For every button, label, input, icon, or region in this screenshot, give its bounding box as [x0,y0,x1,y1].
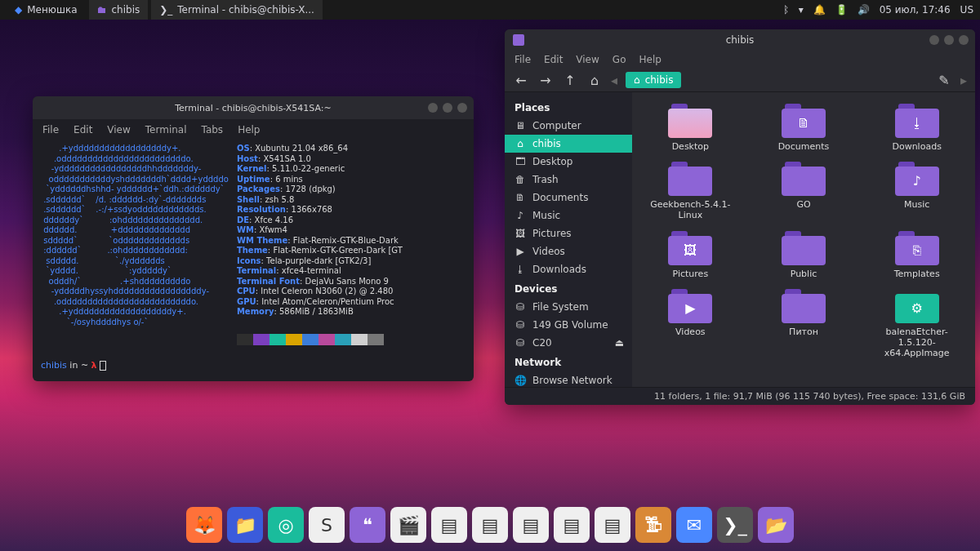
menu-edit[interactable]: Edit [74,124,92,136]
menu-help[interactable]: Help [238,124,260,136]
folder-icon [782,289,826,323]
dock-item-skype[interactable]: S [309,507,345,543]
dock-item-calc[interactable]: ▤ [595,507,630,543]
menu-file[interactable]: File [42,124,59,136]
file-item[interactable]: ♪ Music [862,158,972,224]
sidebar-header-places: Places [505,97,632,117]
sidebar-item[interactable]: ▶ Videos [505,242,632,260]
clock[interactable]: 05 июл, 17:46 [880,4,951,16]
menu-file[interactable]: File [514,54,531,65]
sidebar-item[interactable]: ⌂ chibis [505,135,632,153]
notifications-icon[interactable]: 🔔 [813,4,826,16]
home-button[interactable]: ⌂ [586,73,603,88]
file-item[interactable]: ▶ Videos [635,286,746,362]
sidebar-item[interactable]: ♪ Music [505,207,632,224]
dock-item-impress[interactable]: ▤ [472,507,508,543]
file-item[interactable]: Питон [749,286,859,362]
path-segment[interactable]: ⌂ chibis [626,72,681,88]
maximize-button[interactable] [944,35,954,45]
minimize-button[interactable] [428,103,438,113]
dock-item-archive[interactable]: 🗜 [635,507,671,543]
terminal-window[interactable]: Terminal - chibis@chibis-X541SA:~ File E… [33,96,474,381]
file-item[interactable]: GO [749,158,859,224]
top-panel: ◆ Менюшка 🖿 chibis ❯_ Terminal - chibis@… [0,0,980,20]
dock-item-firefox[interactable]: 🦊 [186,507,222,543]
edit-path-button[interactable]: ✎ [936,73,952,88]
app-menu-button[interactable]: ◆ Менюшка [7,0,86,20]
sidebar-item[interactable]: 🖼 Pictures [505,224,632,242]
taskbar-item-files[interactable]: 🖿 chibis [89,0,149,20]
sidebar-item-icon: ⛁ [514,319,526,331]
maximize-button[interactable] [443,103,452,113]
file-item[interactable]: Geekbench-5.4.1-Linux [635,158,746,224]
dock-item-filemanager[interactable]: 📂 [758,507,794,543]
status-text: 11 folders, 1 file: 91,7 MiB (96 115 740… [654,391,965,402]
sidebar-item-icon: 🗑 [514,174,526,185]
menu-view[interactable]: View [107,124,130,136]
menu-terminal[interactable]: Terminal [145,124,187,136]
wifi-icon[interactable]: ▾ [799,4,804,16]
back-button[interactable]: ← [513,73,529,88]
video-icon: 🎬 [398,515,420,535]
file-item[interactable]: ⚙ balenaEtcher-1.5.120-x64.AppImage [862,286,972,362]
sidebar-item-icon: 🖼 [514,228,526,239]
file-item[interactable]: ⭳ Downloads [862,100,972,155]
volume-icon[interactable]: 🔊 [858,4,870,16]
sidebar-item[interactable]: ⭳ Downloads [505,260,632,278]
file-manager-window[interactable]: chibis File Edit View Go Help ← → ↑ ⌂ ◂ … [505,29,975,405]
taskbar-item-terminal[interactable]: ❯_ Terminal - chibis@chibis-X... [151,0,323,20]
menu-help[interactable]: Help [639,54,661,65]
dock-item-qq[interactable]: ❝ [350,507,385,543]
file-grid[interactable]: Desktop 🗎 Documents ⭳ Downloads Geekbenc… [632,92,975,387]
terminal-titlebar[interactable]: Terminal - chibis@chibis-X541SA:~ [33,96,474,119]
sidebar-item[interactable]: 🗑 Trash [505,171,632,189]
sidebar-item-label: File System [532,301,589,313]
screenshot-icon: ◎ [278,515,293,535]
shell-prompt[interactable]: chibis in ~ λ [41,360,466,371]
minimize-button[interactable] [929,35,939,45]
file-item[interactable]: 🗎 Documents [749,100,859,155]
terminal-icon: ❯_ [159,4,172,16]
dock-item-base[interactable]: ▤ [554,507,590,543]
terminal-body[interactable]: .+yddddddddddddddddddy+. .oddddddddddddd… [33,140,474,381]
system-tray: ᛒ ▾ 🔔 🔋 🔊 05 июл, 17:46 US [783,4,973,16]
file-item[interactable]: Public [749,228,859,282]
up-button[interactable]: ↑ [562,73,578,88]
terminal-menubar: File Edit View Terminal Tabs Help [33,119,474,140]
folder-icon: ⚙ [895,289,939,323]
eject-icon[interactable]: ⏏ [615,337,624,349]
file-item[interactable]: 🖼 Pictures [635,228,746,282]
dock-item-mail[interactable]: ✉ [676,507,712,543]
file-label: Pictures [673,269,709,279]
prompt-symbol: λ [91,360,97,371]
menu-tabs[interactable]: Tabs [202,124,224,136]
bluetooth-icon[interactable]: ᛒ [783,4,789,16]
sidebar-item-label: 149 GB Volume [532,319,608,331]
battery-icon[interactable]: 🔋 [835,4,848,16]
file-item[interactable]: ⎘ Templates [862,228,972,282]
menu-view[interactable]: View [576,54,599,65]
sidebar-item[interactable]: ⛁ C20 ⏏ [505,334,632,352]
sidebar-item[interactable]: ⛁ File System [505,298,632,316]
menu-edit[interactable]: Edit [544,54,563,65]
dock-item-libreoffice[interactable]: ▤ [431,507,467,543]
dock-item-files[interactable]: 📁 [227,507,263,543]
skype-icon: S [321,515,332,535]
close-button[interactable] [457,103,467,113]
sidebar-item[interactable]: 🖥 Computer [505,117,632,135]
dock-item-video[interactable]: 🎬 [390,507,426,543]
sidebar-item[interactable]: ⛁ 149 GB Volume [505,316,632,334]
sidebar-item[interactable]: 🗔 Desktop [505,153,632,171]
dock-item-terminal[interactable]: ❯_ [717,507,753,543]
forward-button[interactable]: → [537,73,554,88]
menu-go[interactable]: Go [612,54,626,65]
close-button[interactable] [959,35,969,45]
file-item[interactable]: Desktop [635,100,746,155]
dock-item-writer[interactable]: ▤ [513,507,549,543]
mail-icon: ✉ [687,515,702,535]
dock-item-screenshot[interactable]: ◎ [268,507,304,543]
sidebar-item[interactable]: 🌐 Browse Network [505,371,632,387]
keyboard-layout[interactable]: US [960,4,973,16]
sidebar-item[interactable]: 🗎 Documents [505,189,632,207]
filemgr-titlebar[interactable]: chibis [505,29,975,51]
